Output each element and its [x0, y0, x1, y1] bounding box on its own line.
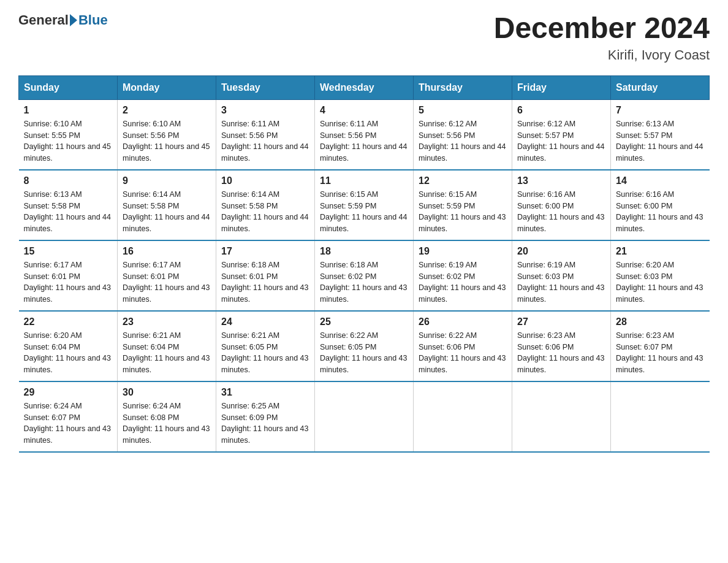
month-title: December 2024	[494, 12, 710, 45]
day-info: Sunrise: 6:15 AMSunset: 5:59 PMDaylight:…	[419, 190, 506, 233]
day-number: 8	[24, 175, 113, 186]
day-info: Sunrise: 6:21 AMSunset: 6:04 PMDaylight:…	[123, 331, 210, 374]
day-number: 12	[419, 175, 507, 186]
day-info: Sunrise: 6:22 AMSunset: 6:06 PMDaylight:…	[419, 331, 506, 374]
day-info: Sunrise: 6:20 AMSunset: 6:03 PMDaylight:…	[616, 261, 703, 304]
logo-arrow-icon	[70, 14, 77, 26]
weekday-header-thursday: Thursday	[414, 75, 512, 99]
day-number: 31	[221, 387, 309, 398]
calendar-cell: 8 Sunrise: 6:13 AMSunset: 5:58 PMDayligh…	[19, 170, 118, 240]
calendar-cell: 23 Sunrise: 6:21 AMSunset: 6:04 PMDaylig…	[118, 311, 216, 381]
day-number: 19	[419, 246, 507, 257]
calendar-week-row: 15 Sunrise: 6:17 AMSunset: 6:01 PMDaylig…	[19, 240, 710, 311]
day-info: Sunrise: 6:11 AMSunset: 5:56 PMDaylight:…	[221, 120, 308, 163]
day-info: Sunrise: 6:15 AMSunset: 5:59 PMDaylight:…	[320, 190, 407, 233]
calendar-cell: 27 Sunrise: 6:23 AMSunset: 6:06 PMDaylig…	[512, 311, 611, 381]
calendar-cell: 25 Sunrise: 6:22 AMSunset: 6:05 PMDaylig…	[315, 311, 414, 381]
title-section: December 2024 Kirifi, Ivory Coast	[494, 12, 710, 63]
day-info: Sunrise: 6:12 AMSunset: 5:56 PMDaylight:…	[419, 120, 506, 163]
day-number: 26	[419, 316, 507, 327]
weekday-header-friday: Friday	[512, 75, 611, 99]
weekday-row: SundayMondayTuesdayWednesdayThursdayFrid…	[19, 75, 710, 99]
calendar-week-row: 1 Sunrise: 6:10 AMSunset: 5:55 PMDayligh…	[19, 99, 710, 170]
calendar-cell: 21 Sunrise: 6:20 AMSunset: 6:03 PMDaylig…	[611, 240, 710, 311]
day-info: Sunrise: 6:25 AMSunset: 6:09 PMDaylight:…	[221, 402, 308, 445]
calendar-cell: 31 Sunrise: 6:25 AMSunset: 6:09 PMDaylig…	[216, 381, 315, 452]
day-number: 23	[123, 316, 211, 327]
logo-blue-text: Blue	[78, 12, 108, 28]
day-number: 13	[517, 175, 605, 186]
calendar-cell: 29 Sunrise: 6:24 AMSunset: 6:07 PMDaylig…	[19, 381, 118, 452]
calendar-cell: 30 Sunrise: 6:24 AMSunset: 6:08 PMDaylig…	[118, 381, 216, 452]
day-info: Sunrise: 6:13 AMSunset: 5:58 PMDaylight:…	[24, 190, 111, 233]
day-info: Sunrise: 6:23 AMSunset: 6:07 PMDaylight:…	[616, 331, 703, 374]
day-number: 18	[320, 246, 408, 257]
day-number: 20	[517, 246, 605, 257]
weekday-header-monday: Monday	[118, 75, 216, 99]
calendar-cell	[414, 381, 512, 452]
day-number: 28	[616, 316, 705, 327]
day-info: Sunrise: 6:23 AMSunset: 6:06 PMDaylight:…	[517, 331, 604, 374]
calendar-cell	[512, 381, 611, 452]
day-info: Sunrise: 6:20 AMSunset: 6:04 PMDaylight:…	[24, 331, 111, 374]
calendar-cell: 11 Sunrise: 6:15 AMSunset: 5:59 PMDaylig…	[315, 170, 414, 240]
day-info: Sunrise: 6:19 AMSunset: 6:02 PMDaylight:…	[419, 261, 506, 304]
calendar-cell	[315, 381, 414, 452]
calendar-cell: 4 Sunrise: 6:11 AMSunset: 5:56 PMDayligh…	[315, 99, 414, 170]
calendar-body: 1 Sunrise: 6:10 AMSunset: 5:55 PMDayligh…	[19, 99, 710, 452]
calendar-cell: 28 Sunrise: 6:23 AMSunset: 6:07 PMDaylig…	[611, 311, 710, 381]
day-info: Sunrise: 6:21 AMSunset: 6:05 PMDaylight:…	[221, 331, 308, 374]
day-info: Sunrise: 6:24 AMSunset: 6:08 PMDaylight:…	[123, 402, 210, 445]
day-info: Sunrise: 6:17 AMSunset: 6:01 PMDaylight:…	[24, 261, 111, 304]
day-number: 22	[24, 316, 113, 327]
day-number: 7	[616, 105, 705, 116]
weekday-header-wednesday: Wednesday	[315, 75, 414, 99]
day-number: 11	[320, 175, 408, 186]
calendar-table: SundayMondayTuesdayWednesdayThursdayFrid…	[18, 75, 710, 453]
weekday-header-tuesday: Tuesday	[216, 75, 315, 99]
logo: General Blue	[18, 12, 108, 28]
calendar-week-row: 29 Sunrise: 6:24 AMSunset: 6:07 PMDaylig…	[19, 381, 710, 452]
calendar-cell: 18 Sunrise: 6:18 AMSunset: 6:02 PMDaylig…	[315, 240, 414, 311]
calendar-week-row: 22 Sunrise: 6:20 AMSunset: 6:04 PMDaylig…	[19, 311, 710, 381]
calendar-cell: 12 Sunrise: 6:15 AMSunset: 5:59 PMDaylig…	[414, 170, 512, 240]
calendar-cell: 15 Sunrise: 6:17 AMSunset: 6:01 PMDaylig…	[19, 240, 118, 311]
day-info: Sunrise: 6:17 AMSunset: 6:01 PMDaylight:…	[123, 261, 210, 304]
calendar-cell: 14 Sunrise: 6:16 AMSunset: 6:00 PMDaylig…	[611, 170, 710, 240]
day-number: 29	[24, 387, 113, 398]
calendar-cell: 10 Sunrise: 6:14 AMSunset: 5:58 PMDaylig…	[216, 170, 315, 240]
day-info: Sunrise: 6:14 AMSunset: 5:58 PMDaylight:…	[123, 190, 210, 233]
day-info: Sunrise: 6:16 AMSunset: 6:00 PMDaylight:…	[517, 190, 604, 233]
calendar-cell: 24 Sunrise: 6:21 AMSunset: 6:05 PMDaylig…	[216, 311, 315, 381]
calendar-week-row: 8 Sunrise: 6:13 AMSunset: 5:58 PMDayligh…	[19, 170, 710, 240]
day-number: 15	[24, 246, 113, 257]
day-info: Sunrise: 6:10 AMSunset: 5:56 PMDaylight:…	[123, 120, 210, 163]
day-number: 10	[221, 175, 309, 186]
weekday-header-saturday: Saturday	[611, 75, 710, 99]
calendar-cell: 2 Sunrise: 6:10 AMSunset: 5:56 PMDayligh…	[118, 99, 216, 170]
day-number: 17	[221, 246, 309, 257]
day-info: Sunrise: 6:16 AMSunset: 6:00 PMDaylight:…	[616, 190, 703, 233]
calendar-cell: 7 Sunrise: 6:13 AMSunset: 5:57 PMDayligh…	[611, 99, 710, 170]
day-number: 30	[123, 387, 211, 398]
day-number: 1	[24, 105, 113, 116]
logo-general-text: General	[18, 12, 69, 28]
weekday-header-sunday: Sunday	[19, 75, 118, 99]
day-number: 2	[123, 105, 211, 116]
calendar-cell: 6 Sunrise: 6:12 AMSunset: 5:57 PMDayligh…	[512, 99, 611, 170]
calendar-cell: 26 Sunrise: 6:22 AMSunset: 6:06 PMDaylig…	[414, 311, 512, 381]
calendar-cell: 19 Sunrise: 6:19 AMSunset: 6:02 PMDaylig…	[414, 240, 512, 311]
day-number: 14	[616, 175, 705, 186]
day-number: 6	[517, 105, 605, 116]
day-info: Sunrise: 6:14 AMSunset: 5:58 PMDaylight:…	[221, 190, 308, 233]
calendar-header: SundayMondayTuesdayWednesdayThursdayFrid…	[19, 75, 710, 99]
day-number: 4	[320, 105, 408, 116]
day-info: Sunrise: 6:24 AMSunset: 6:07 PMDaylight:…	[24, 402, 111, 445]
day-number: 9	[123, 175, 211, 186]
day-number: 3	[221, 105, 309, 116]
day-number: 16	[123, 246, 211, 257]
day-info: Sunrise: 6:13 AMSunset: 5:57 PMDaylight:…	[616, 120, 703, 163]
location-title: Kirifi, Ivory Coast	[494, 47, 710, 63]
day-number: 24	[221, 316, 309, 327]
calendar-cell: 17 Sunrise: 6:18 AMSunset: 6:01 PMDaylig…	[216, 240, 315, 311]
